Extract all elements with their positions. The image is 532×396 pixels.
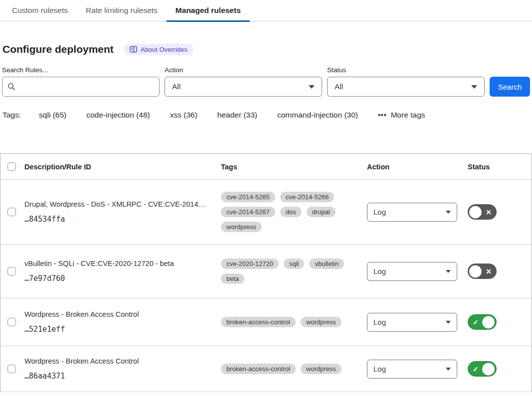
tag-link-code-injection[interactable]: code-injection (48): [86, 111, 150, 120]
toggle-knob: [469, 265, 482, 277]
rule-id: …86aa4371: [24, 372, 207, 381]
tag-pill: broken-access-control: [221, 364, 296, 374]
tag-pill: wordpress: [301, 317, 342, 327]
page-title: Configure deployment: [2, 43, 114, 55]
tag-pill: sqli: [284, 259, 305, 269]
tag-link-xss[interactable]: xss (36): [170, 111, 197, 120]
tag-pill: vbulletin: [309, 259, 344, 269]
tag-link-command-injection[interactable]: command-injection (30): [277, 111, 358, 120]
more-dots-icon: •••: [378, 111, 387, 119]
tags-bar-label: Tags:: [2, 111, 21, 120]
chevron-down-icon: [471, 85, 477, 89]
row-checkbox[interactable]: [7, 365, 16, 373]
more-tags-label: More tags: [391, 111, 425, 120]
chevron-down-icon: [446, 270, 451, 273]
check-icon: ✓: [473, 318, 479, 326]
toggle-knob: [482, 363, 495, 375]
tag-pill: drupal: [307, 207, 336, 217]
rule-action-select[interactable]: Log: [367, 262, 457, 281]
tag-pill: wordpress: [221, 222, 262, 232]
tags-bar: Tags: sqli (65) code-injection (48) xss …: [0, 97, 532, 120]
rule-action-value: Log: [373, 208, 386, 216]
rule-id: …7e97d760: [24, 274, 207, 283]
action-filter-select[interactable]: All: [165, 77, 322, 97]
toggle-knob: [469, 206, 482, 218]
rule-action-value: Log: [373, 365, 386, 373]
col-header-tags: Tags: [219, 163, 365, 171]
col-header-status: Status: [466, 163, 532, 171]
toggle-knob: [482, 316, 495, 328]
table-body: Drupal, Wordpress - DoS - XMLRPC - CVE:C…: [0, 180, 532, 392]
rule-description: vBulletin - SQLi - CVE:CVE-2020-12720 - …: [24, 260, 207, 267]
tag-pill: dos: [280, 207, 302, 217]
rule-tags: broken-access-controlwordpress: [221, 317, 363, 327]
tag-pill: cve-2014-5266: [280, 192, 335, 202]
tag-pill: cve-2014-5267: [221, 207, 275, 217]
tab-rate-limiting-rulesets[interactable]: Rate limiting rulesets: [77, 1, 167, 21]
rule-tags: cve-2014-5265cve-2014-5266cve-2014-5267d…: [221, 192, 363, 232]
tab-bar: Custom rulesets Rate limiting rulesets M…: [0, 0, 532, 21]
select-all-checkbox[interactable]: [7, 162, 16, 171]
col-header-action: Action: [365, 163, 466, 171]
tag-pill: beta: [221, 273, 244, 284]
col-header-description: Description/Rule ID: [22, 163, 219, 171]
tab-custom-rulesets[interactable]: Custom rulesets: [3, 1, 77, 21]
action-filter-label: Action: [165, 66, 322, 74]
table-row: Drupal, Wordpress - DoS - XMLRPC - CVE:C…: [0, 180, 532, 245]
chevron-down-icon: [309, 85, 315, 89]
table-row: Wordpress - Broken Access Control …521e1…: [0, 298, 532, 346]
tag-link-header[interactable]: header (33): [217, 111, 257, 120]
search-icon: [7, 83, 15, 91]
status-toggle[interactable]: ✓: [468, 361, 497, 377]
status-toggle[interactable]: ✕: [468, 204, 497, 220]
rule-id: …84534ffa: [24, 215, 207, 224]
status-filter-select[interactable]: All: [327, 77, 485, 97]
heading-row: Configure deployment About Overrides: [0, 21, 532, 55]
chevron-down-icon: [446, 211, 451, 214]
tag-pill: broken-access-control: [221, 317, 296, 327]
tag-pill: cve-2020-12720: [221, 259, 279, 269]
rule-action-value: Log: [373, 318, 386, 326]
filters-row: Search Rules... Action All Status All Se…: [0, 55, 532, 97]
search-rules-label: Search Rules...: [2, 66, 160, 74]
rule-description: Wordpress - Broken Access Control: [24, 357, 207, 365]
tab-managed-rulesets[interactable]: Managed rulesets: [167, 1, 250, 21]
chevron-down-icon: [446, 321, 451, 324]
rule-description: Wordpress - Broken Access Control: [24, 310, 207, 318]
tag-pill: wordpress: [301, 364, 342, 374]
row-checkbox[interactable]: [7, 267, 16, 275]
x-icon: ✕: [486, 208, 492, 216]
table-row: vBulletin - SQLi - CVE:CVE-2020-12720 - …: [0, 245, 532, 298]
status-filter-label: Status: [327, 66, 485, 74]
status-filter-value: All: [335, 82, 343, 91]
search-button[interactable]: Search: [490, 77, 530, 97]
chevron-down-icon: [446, 368, 451, 371]
tag-link-sqli[interactable]: sqli (65): [39, 111, 66, 120]
check-icon: ✓: [473, 365, 479, 373]
book-icon: [130, 46, 137, 53]
action-filter-value: All: [172, 82, 180, 91]
x-icon: ✕: [486, 267, 492, 275]
rule-id: …521e1eff: [24, 325, 207, 334]
status-toggle[interactable]: ✓: [468, 314, 497, 330]
status-toggle[interactable]: ✕: [468, 264, 497, 279]
rule-action-value: Log: [373, 267, 386, 275]
rule-action-select[interactable]: Log: [367, 360, 457, 379]
rule-tags: cve-2020-12720sqlivbulletinbeta: [221, 259, 363, 284]
rule-description: Drupal, Wordpress - DoS - XMLRPC - CVE:C…: [24, 200, 207, 208]
managed-rules-table: Description/Rule ID Tags Action Status D…: [0, 153, 532, 392]
row-checkbox[interactable]: [7, 208, 16, 216]
more-tags-button[interactable]: ••• More tags: [378, 111, 425, 120]
search-rules-input[interactable]: [19, 83, 154, 91]
table-row: Wordpress - Broken Access Control …86aa4…: [0, 346, 532, 392]
rule-action-select[interactable]: Log: [367, 313, 457, 332]
about-overrides-label: About Overrides: [141, 46, 187, 53]
row-checkbox[interactable]: [7, 318, 16, 326]
search-rules-box: [2, 77, 160, 97]
table-header-row: Description/Rule ID Tags Action Status: [0, 154, 532, 180]
tag-pill: cve-2014-5265: [221, 192, 275, 202]
rule-action-select[interactable]: Log: [367, 203, 457, 222]
about-overrides-badge[interactable]: About Overrides: [124, 44, 193, 55]
rule-tags: broken-access-controlwordpress: [221, 364, 363, 374]
